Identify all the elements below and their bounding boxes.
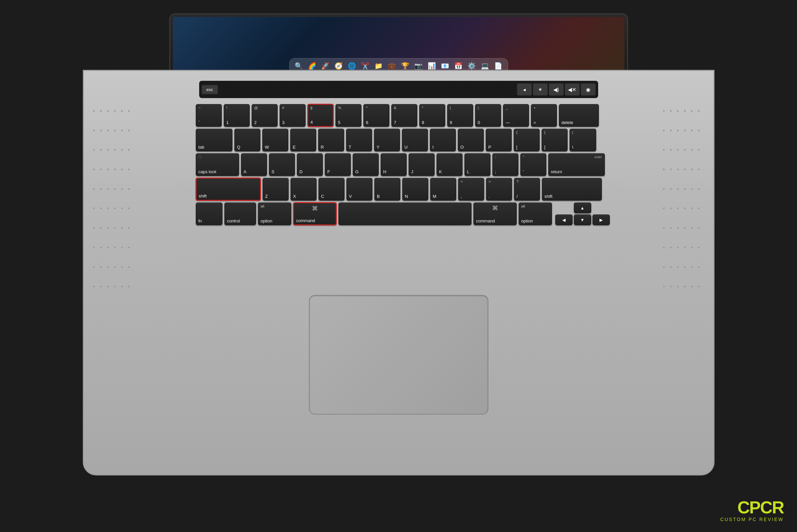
key-6[interactable]: ^ 6 — [363, 104, 390, 127]
trackpad[interactable] — [309, 295, 489, 415]
key-lbracket[interactable]: { [ — [514, 129, 539, 151]
key-arrow-right[interactable]: ▶ — [592, 214, 610, 225]
key-z[interactable]: Z — [263, 178, 289, 201]
qwerty-row: tab Q W E R T Y — [196, 129, 602, 151]
key-shift-left[interactable]: shift — [196, 178, 261, 201]
key-slash[interactable]: ? / — [514, 178, 540, 201]
key-8[interactable]: * 8 — [419, 104, 445, 127]
key-1[interactable]: ! 1 — [224, 104, 250, 127]
key-4[interactable]: $ 4 — [307, 104, 334, 127]
key-7[interactable]: & 7 — [391, 104, 417, 127]
key-delete[interactable]: delete — [559, 104, 599, 127]
key-c[interactable]: C — [319, 178, 344, 201]
key-p[interactable]: P — [486, 129, 512, 151]
key-l[interactable]: L — [464, 153, 490, 176]
key-quote[interactable]: " ' — [520, 153, 546, 176]
key-tilde[interactable]: ~ ` — [196, 104, 222, 127]
key-comma[interactable]: < , — [458, 178, 484, 201]
key-enter[interactable]: enter return — [548, 153, 605, 176]
key-d[interactable]: D — [297, 153, 323, 176]
touch-bar: esc ◂ ✶ ◀) ◀✕ ◉ — [199, 81, 598, 98]
key-minus[interactable]: _ — — [503, 104, 529, 127]
tb-mute-icon[interactable]: ◀✕ — [565, 83, 580, 95]
key-caps-lock[interactable]: caps lock — [196, 153, 239, 176]
key-tab[interactable]: tab — [196, 129, 232, 151]
key-i[interactable]: I — [430, 129, 456, 151]
macbook-laptop: 🔍 🌈 🚀 🧭 🌐 ✂️ 📁 💼 🏆 📷 📊 📧 📅 ⚙️ 💻 📄 MacBoo… — [83, 13, 715, 479]
key-0[interactable]: ) 0 — [475, 104, 501, 127]
key-v[interactable]: V — [346, 178, 373, 201]
key-h[interactable]: H — [381, 153, 407, 176]
watermark-subtitle: CUSTOM PC REVIEW — [720, 517, 784, 522]
esc-key[interactable]: esc — [202, 85, 218, 94]
key-e[interactable]: E — [290, 129, 316, 151]
key-u[interactable]: U — [402, 129, 428, 151]
key-m[interactable]: M — [430, 178, 456, 201]
key-r[interactable]: R — [318, 129, 344, 151]
speaker-left: for(let i=0;i<60;i++) document.write('<d… — [91, 108, 137, 307]
bottom-row: fn control alt option ⌘ command ⌘ — [196, 203, 602, 225]
key-y[interactable]: Y — [374, 129, 400, 151]
key-rbracket[interactable]: } ] — [542, 129, 568, 151]
key-option-right[interactable]: alt option — [519, 203, 552, 225]
key-k[interactable]: K — [437, 153, 462, 176]
key-o[interactable]: O — [458, 129, 484, 151]
watermark: CPCR CUSTOM PC REVIEW — [720, 499, 784, 522]
keyboard-chassis: for(let i=0;i<60;i++) document.write('<d… — [83, 70, 715, 475]
key-g[interactable]: G — [353, 153, 379, 176]
key-period[interactable]: > . — [486, 178, 512, 201]
key-j[interactable]: J — [409, 153, 435, 176]
key-5[interactable]: % 5 — [336, 104, 361, 127]
zxcv-row: shift Z X C V B N — [196, 178, 602, 201]
keyboard-area: ~ ` ! 1 @ 2 # 3 $ 4 — [196, 104, 602, 227]
tb-siri-icon[interactable]: ◉ — [581, 83, 595, 95]
key-s[interactable]: S — [269, 153, 295, 176]
watermark-logo: CPCR — [720, 499, 784, 516]
key-q[interactable]: Q — [234, 129, 260, 151]
number-row: ~ ` ! 1 @ 2 # 3 $ 4 — [196, 104, 602, 127]
key-arrow-left[interactable]: ◀ — [555, 214, 573, 225]
key-3[interactable]: # 3 — [280, 104, 306, 127]
screen-display: 🔍 🌈 🚀 🧭 🌐 ✂️ 📁 💼 🏆 📷 📊 📧 📅 ⚙️ 💻 📄 — [173, 17, 624, 76]
key-w[interactable]: W — [262, 129, 288, 151]
key-command-left[interactable]: ⌘ command — [293, 203, 337, 225]
key-b[interactable]: B — [374, 178, 400, 201]
asdf-row: caps lock A S D F G H — [196, 153, 602, 176]
speaker-right: for(let i=0;i<60;i++) document.write('<d… — [660, 108, 707, 307]
key-space[interactable] — [339, 203, 472, 225]
tb-brightness-down-icon[interactable]: ◂ — [517, 83, 532, 95]
key-fn[interactable]: fn — [196, 203, 223, 225]
key-x[interactable]: X — [290, 178, 317, 201]
key-semicolon[interactable]: : ; — [492, 153, 518, 176]
key-option-left[interactable]: alt option — [258, 203, 291, 225]
tb-volume-icon[interactable]: ◀) — [549, 83, 564, 95]
key-arrow-up[interactable]: ▲ — [574, 203, 591, 213]
key-backslash[interactable]: | \ — [570, 129, 596, 151]
key-control[interactable]: control — [224, 203, 256, 225]
key-equals[interactable]: + = — [531, 104, 557, 127]
key-n[interactable]: N — [402, 178, 428, 201]
key-f[interactable]: F — [325, 153, 351, 176]
key-2[interactable]: @ 2 — [252, 104, 278, 127]
key-t[interactable]: T — [346, 129, 372, 151]
key-shift-right[interactable]: shift — [542, 178, 602, 201]
key-a[interactable]: A — [241, 153, 267, 176]
key-arrow-down[interactable]: ▼ — [574, 214, 591, 225]
key-9[interactable]: ( 9 — [447, 104, 473, 127]
tb-brightness-up-icon[interactable]: ✶ — [533, 83, 548, 95]
key-command-right[interactable]: ⌘ command — [473, 203, 517, 225]
